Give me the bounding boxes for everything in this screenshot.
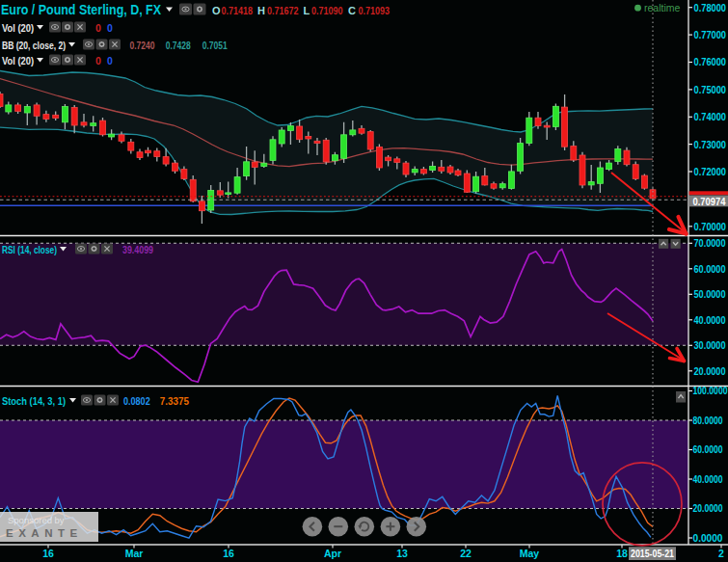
- svg-text:Stoch (14, 3, 1): Stoch (14, 3, 1): [2, 395, 66, 407]
- svg-text:Apr: Apr: [324, 548, 341, 559]
- svg-text:Euro / Pound Sterling, D, FX: Euro / Pound Sterling, D, FX: [1, 3, 162, 17]
- svg-text:0.78000: 0.78000: [694, 2, 727, 13]
- svg-text:realtime: realtime: [644, 2, 681, 13]
- svg-text:0.7428: 0.7428: [166, 40, 191, 51]
- svg-text:0: 0: [95, 55, 101, 67]
- svg-text:39.4099: 39.4099: [122, 244, 153, 255]
- svg-text:20.0000: 20.0000: [693, 503, 723, 514]
- svg-text:50.0000: 50.0000: [694, 288, 726, 300]
- svg-text:Mar: Mar: [125, 548, 144, 559]
- svg-text:40.0000: 40.0000: [694, 314, 726, 326]
- svg-text:0.76000: 0.76000: [694, 56, 727, 67]
- svg-text:70.0000: 70.0000: [694, 237, 726, 249]
- svg-text:60.0000: 60.0000: [694, 263, 726, 275]
- svg-text:0.71090: 0.71090: [311, 5, 343, 16]
- svg-text:H: H: [257, 5, 265, 16]
- svg-text:0.70000: 0.70000: [694, 221, 727, 232]
- svg-text:Sponsored by: Sponsored by: [8, 515, 65, 525]
- svg-text:L: L: [304, 5, 310, 16]
- svg-text:0.71418: 0.71418: [222, 5, 254, 16]
- svg-text:0: 0: [107, 55, 113, 67]
- svg-text:BB (20, close, 2): BB (20, close, 2): [2, 40, 66, 51]
- svg-text:0: 0: [95, 22, 101, 34]
- svg-text:O: O: [212, 5, 221, 16]
- svg-text:30.0000: 30.0000: [694, 339, 726, 351]
- svg-text:2: 2: [718, 548, 724, 559]
- svg-text:0.7240: 0.7240: [130, 40, 155, 51]
- svg-text:0.0802: 0.0802: [123, 395, 150, 407]
- svg-text:Vol (20): Vol (20): [2, 22, 34, 34]
- svg-text:0.74000: 0.74000: [694, 111, 727, 122]
- svg-text:0.77000: 0.77000: [694, 29, 727, 40]
- svg-text:7.3375: 7.3375: [160, 395, 189, 407]
- svg-text:0.72000: 0.72000: [694, 166, 727, 177]
- svg-text:16: 16: [223, 548, 234, 559]
- svg-text:0.70974: 0.70974: [693, 196, 727, 207]
- svg-text:2015-05-21: 2015-05-21: [631, 549, 674, 559]
- svg-text:0.71093: 0.71093: [359, 5, 391, 16]
- svg-text:40.0000: 40.0000: [693, 474, 723, 485]
- svg-text:60.0000: 60.0000: [693, 444, 723, 455]
- svg-text:80.0000: 80.0000: [693, 415, 723, 426]
- svg-text:May: May: [520, 548, 540, 559]
- svg-text:Vol (20): Vol (20): [2, 55, 34, 67]
- svg-text:16: 16: [42, 548, 54, 559]
- svg-text:13: 13: [396, 548, 408, 559]
- svg-text:EXANTE: EXANTE: [6, 527, 83, 539]
- svg-text:22: 22: [460, 548, 472, 559]
- svg-text:0.7051: 0.7051: [202, 40, 228, 51]
- svg-text:0.73000: 0.73000: [694, 139, 727, 150]
- svg-text:18: 18: [616, 548, 628, 559]
- svg-text:20.0000: 20.0000: [694, 365, 726, 377]
- svg-text:0.75000: 0.75000: [694, 84, 727, 95]
- svg-text:0.0000: 0.0000: [693, 533, 723, 544]
- svg-text:C: C: [348, 5, 356, 16]
- svg-text:100.0000: 100.0000: [693, 386, 728, 396]
- svg-text:RSI (14, close): RSI (14, close): [2, 244, 57, 255]
- svg-text:0: 0: [107, 22, 113, 34]
- svg-text:0.71672: 0.71672: [267, 5, 299, 16]
